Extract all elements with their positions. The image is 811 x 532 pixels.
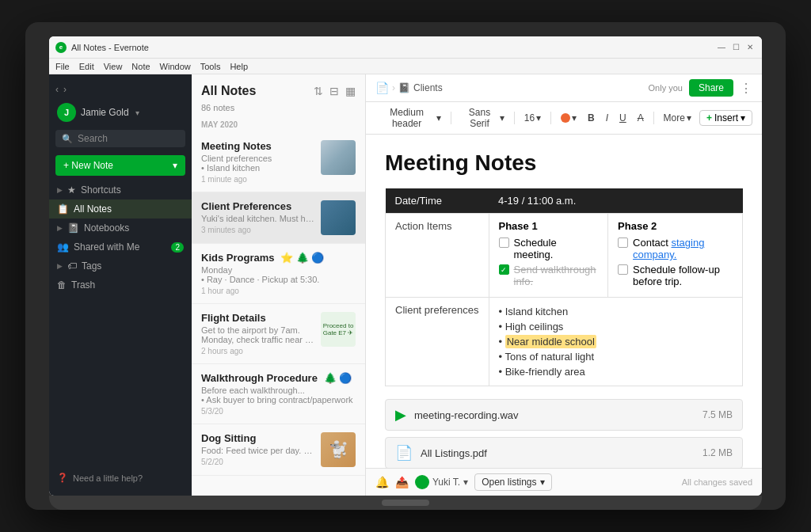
- user-row[interactable]: J Jamie Gold ▾: [49, 98, 192, 127]
- flight-thumb: Proceed to Gate E7 ✈: [321, 312, 356, 347]
- more-formatting-button[interactable]: More ▾: [661, 111, 695, 125]
- sidebar-item-shortcuts[interactable]: ▶ ★ Shortcuts: [49, 180, 192, 200]
- chevron-down-icon: ▾: [536, 112, 541, 124]
- note-preview: Yuki's ideal kitchen. Must have an islan…: [201, 214, 314, 223]
- style-dropdown[interactable]: Medium header ▾: [375, 105, 444, 131]
- font-dropdown[interactable]: Sans Serif ▾: [458, 105, 508, 131]
- size-dropdown[interactable]: 16 ▾: [521, 111, 544, 125]
- menu-tools[interactable]: Tools: [200, 62, 221, 71]
- open-listings-button[interactable]: Open listings ▾: [474, 473, 551, 491]
- list-item[interactable]: Meeting Notes Client preferences • Islan…: [192, 132, 365, 192]
- underline-button[interactable]: U: [616, 111, 630, 125]
- menu-view[interactable]: View: [104, 62, 123, 71]
- chevron-down-icon: ▾: [540, 477, 545, 488]
- checkbox[interactable]: [499, 238, 509, 248]
- sidebar-item-shared[interactable]: 👥 Shared with Me 2: [49, 238, 192, 256]
- menu-window[interactable]: Window: [160, 62, 191, 71]
- list-item[interactable]: Dog Sitting Food: Feed twice per day. Sp…: [192, 424, 365, 476]
- chevron-down-icon: ▾: [741, 112, 745, 124]
- divider: [514, 112, 515, 124]
- note-preview: Get to the airport by 7am.: [201, 325, 314, 335]
- checkbox-checked[interactable]: ✓: [499, 264, 509, 275]
- phase1-item2-text: Send walkthrough info.: [514, 264, 599, 287]
- sidebar-item-trash[interactable]: 🗑 Trash: [49, 276, 192, 294]
- chevron-down-icon: ▾: [173, 160, 177, 171]
- filter-icon[interactable]: ⊟: [329, 85, 339, 97]
- help-row[interactable]: ❓ Need a little help?: [57, 473, 184, 483]
- note-time: 1 hour ago: [201, 287, 356, 295]
- maximize-button[interactable]: ☐: [730, 42, 741, 53]
- sidebar-bottom: ❓ Need a little help?: [49, 466, 192, 489]
- expand-icon: ▶: [57, 262, 63, 270]
- editor-content[interactable]: Meeting Notes Date/Time 4-19 / 11:00 a.m…: [366, 135, 762, 468]
- note-item-content: Meeting Notes Client preferences • Islan…: [201, 140, 314, 184]
- user-dropdown-icon: ▾: [135, 108, 139, 117]
- list-item[interactable]: Client Preferences Yuki's ideal kitchen.…: [192, 192, 365, 244]
- dog-thumb: 🐩: [321, 432, 356, 467]
- list-item[interactable]: Flight Details Get to the airport by 7am…: [192, 304, 365, 364]
- layout-icon[interactable]: ▦: [345, 85, 356, 97]
- sidebar-item-label: All Notes: [74, 203, 112, 215]
- footer-user[interactable]: Yuki T. ▾: [415, 475, 468, 489]
- sidebar-item-label: Shared with Me: [74, 241, 139, 253]
- new-note-button[interactable]: + New Note ▾: [55, 155, 185, 176]
- list-item[interactable]: Walkthrough Procedure 🌲 🔵 Before each wa…: [192, 364, 365, 424]
- back-arrow-icon[interactable]: ‹: [55, 84, 59, 95]
- notes-list: All Notes ⇅ ⊟ ▦ 86 notes MAY 2020 Meetin…: [192, 74, 366, 496]
- phase1-cell: Phase 1 Schedule meeting. ✓ Send walkthr…: [489, 214, 608, 298]
- checkbox[interactable]: [618, 264, 628, 275]
- forward-arrow-icon[interactable]: ›: [63, 84, 67, 95]
- note-main-title: Meeting Notes: [385, 150, 743, 176]
- close-button[interactable]: ✕: [744, 42, 756, 53]
- staging-link[interactable]: staging company.: [633, 237, 704, 260]
- sidebar-item-label: Shortcuts: [81, 184, 121, 196]
- help-label: Need a little help?: [73, 473, 143, 483]
- bold-button[interactable]: B: [584, 111, 598, 125]
- pref-item: High ceilings: [499, 319, 733, 334]
- note-time: 3 minutes ago: [201, 226, 314, 234]
- prefs-list: Island kitchen High ceilings Near middle…: [499, 304, 733, 379]
- italic-button[interactable]: I: [603, 111, 611, 125]
- bell-icon[interactable]: 🔔: [375, 476, 389, 488]
- sidebar-item-all-notes[interactable]: 📋 All Notes: [49, 200, 192, 218]
- attachment-wav[interactable]: ▶ meeting-recording.wav 7.5 MB: [385, 399, 743, 431]
- color-button[interactable]: ▾: [558, 111, 580, 125]
- more-options-icon[interactable]: ⋮: [740, 81, 752, 96]
- phase2-label: Phase 2: [618, 220, 733, 232]
- note-item-content: Client Preferences Yuki's ideal kitchen.…: [201, 200, 314, 234]
- editor-header: 📄 › 📓 Clients Only you Share ⋮: [366, 74, 762, 102]
- divider: [451, 112, 451, 124]
- attachment-pdf[interactable]: 📄 All Listings.pdf 1.2 MB: [385, 437, 743, 468]
- sort-icon[interactable]: ⇅: [314, 85, 323, 97]
- note-title: Client Preferences: [201, 200, 314, 212]
- notebooks-icon: 📓: [67, 222, 79, 234]
- sidebar-item-notebooks[interactable]: ▶ 📓 Notebooks: [49, 218, 192, 238]
- sidebar-item-tags[interactable]: ▶ 🏷 Tags: [49, 256, 192, 276]
- pdf-icon: 📄: [395, 444, 413, 462]
- shared-icon: 👥: [57, 241, 69, 253]
- note-preview: Food: Feed twice per day. Space meals 12…: [201, 446, 314, 455]
- editor-actions: Only you Share ⋮: [649, 79, 752, 97]
- note-thumbnail: [321, 200, 356, 235]
- minimize-button[interactable]: —: [716, 42, 727, 53]
- checkbox[interactable]: [618, 238, 628, 248]
- menu-file[interactable]: File: [55, 62, 70, 71]
- formatting-bar: Medium header ▾ Sans Serif ▾ 16 ▾: [366, 102, 762, 135]
- notes-list-title: All Notes: [201, 84, 256, 98]
- pref-item: Island kitchen: [499, 304, 733, 319]
- menu-edit[interactable]: Edit: [79, 62, 94, 71]
- list-item[interactable]: Kids Programs ⭐ 🌲 🔵 Monday • Ray · Dance…: [192, 244, 365, 304]
- only-you-text: Only you: [649, 83, 683, 93]
- note-preview2: • Island kitchen: [201, 163, 314, 173]
- emoji-icons: 🌲 🔵: [324, 372, 352, 384]
- strikethrough-button[interactable]: A: [634, 111, 647, 125]
- search-box[interactable]: 🔍 Search: [55, 130, 185, 147]
- insert-button[interactable]: + Insert ▾: [699, 110, 752, 126]
- note-thumbnail: [321, 140, 356, 175]
- share-button[interactable]: Share: [689, 79, 733, 97]
- note-preview: Client preferences: [201, 154, 314, 163]
- sidebar-item-label: Notebooks: [84, 222, 129, 234]
- menu-note[interactable]: Note: [131, 62, 150, 71]
- menu-help[interactable]: Help: [230, 62, 248, 71]
- share-footer-icon[interactable]: 📤: [395, 476, 409, 488]
